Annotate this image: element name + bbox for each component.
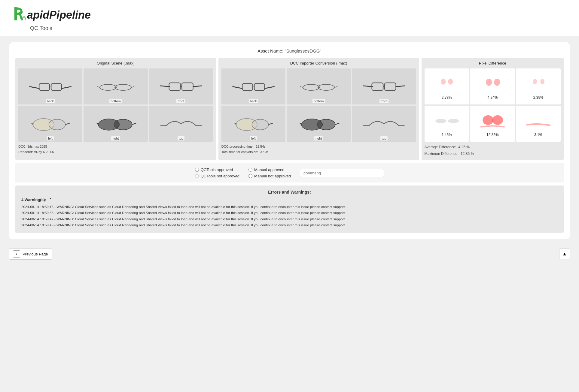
logo-r-letter: [12, 6, 26, 24]
warning-line-1: 2024-08-14 18:59:16 - WARNING: Cloud Ser…: [21, 204, 558, 210]
svg-point-54: [533, 79, 537, 84]
prev-page-label: Previous Page: [23, 252, 48, 256]
pixel-diff-panel: Pixel Difference 2.78% 4.24%: [422, 58, 564, 160]
pixel-diff-percent-5: 12.85%: [486, 133, 499, 137]
svg-line-25: [233, 87, 242, 89]
original-bottom-label: bottom: [109, 99, 122, 103]
manual-not-approved-radio[interactable]: [248, 174, 252, 178]
warnings-count: 4 Warning(s):: [21, 198, 46, 202]
dcc-right-view: right: [287, 106, 351, 142]
qctools-approved-label[interactable]: QCTools approved: [195, 167, 239, 172]
dcc-right-label: right: [314, 136, 323, 140]
panels-row: Original Scene (.max) back: [15, 58, 564, 160]
svg-point-5: [100, 84, 116, 90]
dcc-front-label: front: [379, 99, 389, 103]
svg-line-9: [131, 87, 134, 88]
dcc-front-view: front: [352, 68, 416, 104]
manual-radio-group: Manual approved Manual not approved: [248, 167, 291, 178]
svg-point-59: [492, 115, 503, 125]
original-dcc: DCC: 3dsmax 2025: [18, 144, 213, 149]
manual-approved-radio[interactable]: [248, 168, 252, 172]
pixel-diff-title: Pixel Difference: [425, 61, 561, 65]
original-front-view: front: [149, 68, 213, 104]
dcc-panel: DCC Importer Conversion (.max) back: [218, 58, 419, 160]
svg-point-53: [494, 79, 500, 86]
pixel-diff-percent-1: 2.78%: [442, 95, 452, 100]
warning-line-3: 2024-08-14 18:59:47 - WARNING: Cloud Ser…: [21, 217, 558, 222]
prev-page-button[interactable]: ‹ Previous Page: [9, 248, 52, 260]
svg-line-18: [66, 123, 70, 125]
original-scene-title: Original Scene (.max): [18, 61, 213, 65]
svg-point-50: [441, 79, 446, 85]
pixel-diff-cell-5: 12.85%: [470, 106, 515, 142]
logo-container: apidPipeline: [12, 6, 91, 24]
svg-line-21: [97, 123, 98, 125]
svg-point-57: [448, 119, 459, 123]
bottom-bar: ‹ Previous Page ▲: [0, 245, 579, 263]
dcc-processing-time: DCC processing time: 22.54s: [221, 144, 416, 149]
pixel-diff-cell-2: 4.24%: [470, 68, 515, 104]
logo-brand-text: apidPipeline: [27, 10, 91, 20]
original-back-view: back: [18, 68, 82, 104]
warnings-list: 2024-08-14 18:59:16 - WARNING: Cloud Ser…: [21, 204, 558, 228]
original-renderer: Renderer: VRay 6.20.06: [18, 149, 213, 155]
original-left-view: left: [18, 106, 82, 142]
warnings-header[interactable]: 4 Warning(s): ⌃: [21, 198, 558, 202]
svg-point-31: [318, 84, 334, 90]
pixel-diff-svg-3: [516, 73, 561, 94]
original-back-label: back: [46, 99, 55, 103]
logo-subtitle: QC Tools: [30, 25, 52, 32]
svg-point-20: [114, 119, 132, 130]
pixel-diff-percent-3: 2.39%: [533, 95, 544, 100]
main-content: Asset Name: "SunglassesDGG" Original Sce…: [9, 42, 570, 239]
dcc-bottom-svg: [288, 75, 349, 98]
original-footer: DCC: 3dsmax 2025 Renderer: VRay 6.20.06: [18, 144, 213, 155]
original-left-label: left: [47, 136, 54, 140]
original-bottom-view: bottom: [84, 68, 148, 104]
svg-line-34: [334, 87, 337, 88]
pixel-diff-percent-6: 3.1%: [534, 133, 542, 137]
dcc-left-label: left: [250, 136, 257, 140]
svg-rect-27: [254, 84, 265, 91]
svg-rect-2: [51, 84, 62, 91]
svg-line-33: [300, 87, 303, 88]
scroll-top-icon: ▲: [562, 251, 567, 257]
collapse-icon[interactable]: ⌃: [49, 198, 52, 202]
pixel-diff-svg-2: [470, 73, 515, 94]
manual-approved-label[interactable]: Manual approved: [248, 167, 291, 172]
pixel-diff-cell-6: 3.1%: [516, 106, 561, 142]
svg-line-22: [132, 123, 136, 125]
svg-rect-26: [242, 84, 253, 91]
dcc-renders-grid: back bottom: [221, 68, 416, 142]
prev-page-icon: ‹: [13, 250, 20, 258]
dcc-back-svg: [223, 75, 284, 98]
original-top-svg: [150, 113, 212, 135]
pixel-diff-cell-3: 2.39%: [516, 68, 561, 104]
original-scene-panel: Original Scene (.max) back: [15, 58, 216, 160]
approval-row: QCTools approved QCTools not approved Ma…: [15, 163, 564, 182]
qctools-not-approved-label[interactable]: QCTools not approved: [195, 174, 239, 178]
comment-input[interactable]: [300, 169, 384, 177]
dcc-title: DCC Importer Conversion (.max): [221, 61, 416, 65]
errors-section: Errors and Warnings: 4 Warning(s): ⌃ 202…: [15, 185, 564, 233]
svg-line-39: [396, 86, 405, 87]
dcc-footer: DCC processing time: 22.54s Total time f…: [221, 144, 416, 155]
scroll-top-button[interactable]: ▲: [559, 249, 570, 259]
svg-point-6: [115, 84, 131, 90]
svg-line-46: [300, 123, 301, 125]
svg-point-52: [486, 79, 492, 86]
svg-rect-37: [385, 83, 396, 90]
original-bottom-svg: [85, 75, 146, 98]
qctools-not-approved-radio[interactable]: [195, 174, 199, 178]
pixel-diff-svg-4: [425, 110, 469, 131]
svg-line-14: [193, 86, 202, 87]
dcc-bottom-label: bottom: [312, 99, 325, 103]
dcc-bottom-view: bottom: [287, 68, 351, 104]
svg-line-35: [363, 86, 373, 87]
svg-line-42: [235, 123, 236, 125]
qctools-approved-radio[interactable]: [195, 168, 199, 172]
svg-point-16: [49, 119, 66, 130]
pixel-diff-cell-4: 1.45%: [425, 106, 469, 142]
svg-rect-1: [39, 84, 50, 91]
manual-not-approved-label[interactable]: Manual not approved: [248, 174, 291, 178]
